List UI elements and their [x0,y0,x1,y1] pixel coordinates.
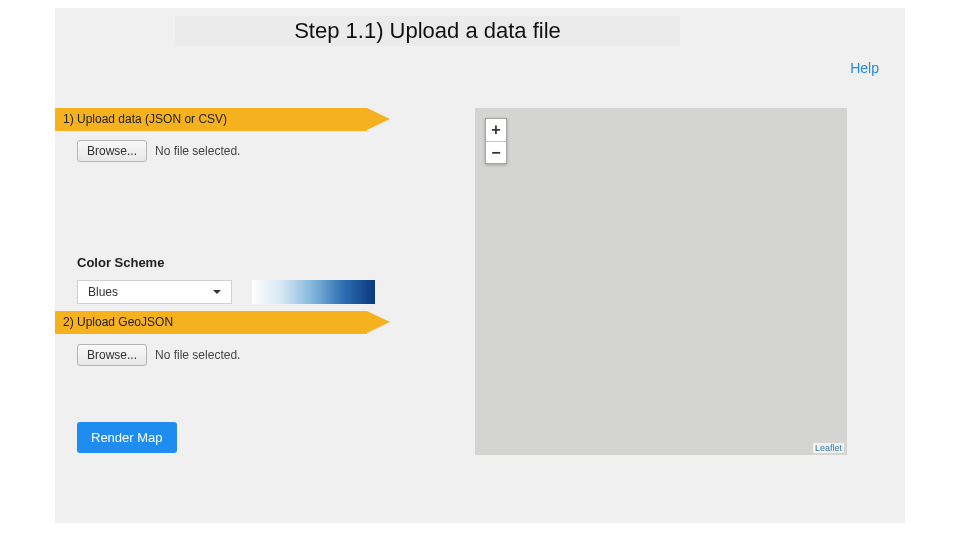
render-map-button[interactable]: Render Map [77,422,177,453]
page-title: Step 1.1) Upload a data file [175,16,680,46]
color-gradient-preview [252,280,375,304]
data-file-status: No file selected. [155,144,240,158]
step-upload-data-ribbon: 1) Upload data (JSON or CSV) [55,108,367,131]
zoom-control: + − [485,118,507,164]
upload-geojson-row: Browse... No file selected. [77,344,240,366]
browse-geojson-button[interactable]: Browse... [77,344,147,366]
map-canvas[interactable]: + − Leaflet [475,108,847,455]
help-link[interactable]: Help [850,60,879,76]
browse-data-button[interactable]: Browse... [77,140,147,162]
geojson-file-status: No file selected. [155,348,240,362]
color-scheme-row: Blues [77,280,375,304]
color-scheme-select[interactable]: Blues [77,280,232,304]
caret-down-icon [213,290,221,294]
upload-data-row: Browse... No file selected. [77,140,240,162]
map-attribution[interactable]: Leaflet [813,443,844,453]
zoom-in-button[interactable]: + [486,119,506,141]
color-scheme-selected: Blues [88,285,118,299]
zoom-out-button[interactable]: − [486,141,506,163]
color-scheme-label: Color Scheme [77,255,164,270]
step-upload-geojson-ribbon: 2) Upload GeoJSON [55,311,367,334]
